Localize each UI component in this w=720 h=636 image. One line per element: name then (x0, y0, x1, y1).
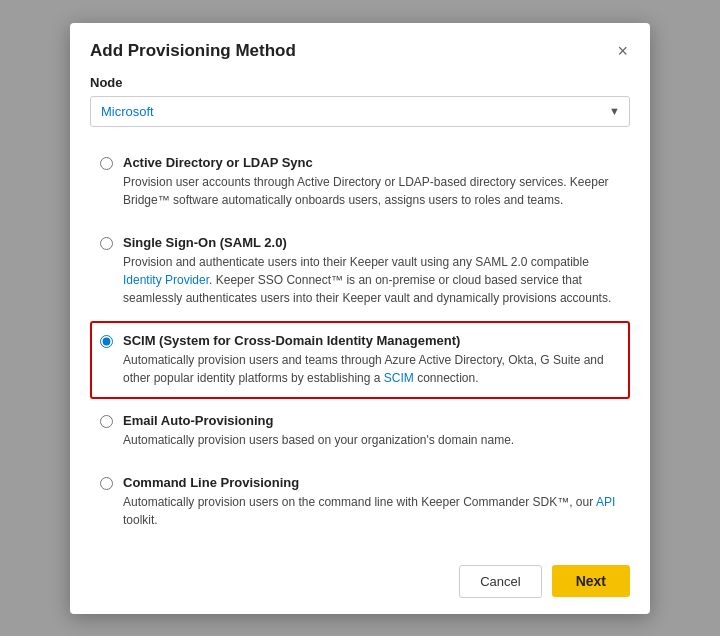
radio-command-line[interactable] (100, 477, 113, 490)
close-button[interactable]: × (615, 42, 630, 60)
radio-email-auto[interactable] (100, 415, 113, 428)
radio-ad-ldap[interactable] (100, 157, 113, 170)
node-select-wrapper: Microsoft ▼ (90, 96, 630, 127)
node-select[interactable]: Microsoft (90, 96, 630, 127)
option-ad-ldap-desc: Provision user accounts through Active D… (123, 173, 620, 209)
provisioning-options-list: Active Directory or LDAP Sync Provision … (90, 143, 630, 541)
option-email-auto[interactable]: Email Auto-Provisioning Automatically pr… (90, 401, 630, 461)
node-label: Node (90, 75, 630, 90)
option-command-line-desc: Automatically provision users on the com… (123, 493, 620, 529)
option-command-line[interactable]: Command Line Provisioning Automatically … (90, 463, 630, 541)
option-sso-saml-title: Single Sign-On (SAML 2.0) (123, 235, 620, 250)
option-email-auto-title: Email Auto-Provisioning (123, 413, 514, 428)
option-sso-saml[interactable]: Single Sign-On (SAML 2.0) Provision and … (90, 223, 630, 319)
option-scim-title: SCIM (System for Cross-Domain Identity M… (123, 333, 620, 348)
option-sso-saml-desc: Provision and authenticate users into th… (123, 253, 620, 307)
modal-overlay: Add Provisioning Method × Node Microsoft… (0, 0, 720, 636)
radio-sso-saml[interactable] (100, 237, 113, 250)
add-provisioning-modal: Add Provisioning Method × Node Microsoft… (70, 23, 650, 614)
cancel-button[interactable]: Cancel (459, 565, 541, 598)
option-command-line-title: Command Line Provisioning (123, 475, 620, 490)
modal-title: Add Provisioning Method (90, 41, 296, 61)
option-ad-ldap[interactable]: Active Directory or LDAP Sync Provision … (90, 143, 630, 221)
modal-header: Add Provisioning Method × (70, 23, 650, 75)
modal-footer: Cancel Next (70, 553, 650, 614)
option-ad-ldap-title: Active Directory or LDAP Sync (123, 155, 620, 170)
option-scim[interactable]: SCIM (System for Cross-Domain Identity M… (90, 321, 630, 399)
modal-body: Node Microsoft ▼ Active Directory or LDA… (70, 75, 650, 553)
option-scim-desc: Automatically provision users and teams … (123, 351, 620, 387)
next-button[interactable]: Next (552, 565, 630, 597)
radio-scim[interactable] (100, 335, 113, 348)
option-email-auto-desc: Automatically provision users based on y… (123, 431, 514, 449)
